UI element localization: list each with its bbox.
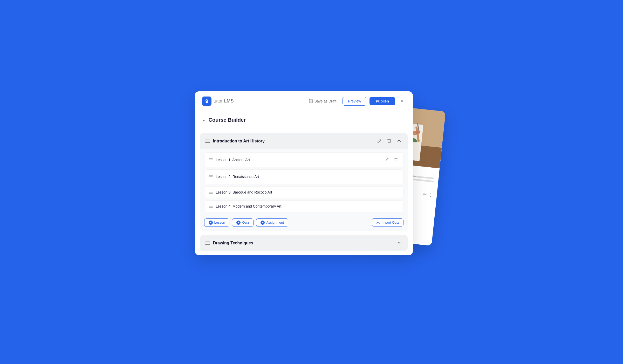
- chevron-up-icon: [397, 138, 401, 143]
- section-2-title: Drawing Techniques: [213, 241, 253, 245]
- edit-icon[interactable]: ✏: [423, 191, 427, 197]
- lesson-4-name: Lesson 4: Modern and Contemporary Art: [216, 204, 282, 208]
- logo-name: tutor: [214, 98, 223, 104]
- section-drag-handle[interactable]: [205, 140, 210, 143]
- section-2-drag-handle[interactable]: [205, 242, 210, 245]
- section-2-expand-button[interactable]: [396, 239, 402, 247]
- trash-icon: [387, 138, 392, 143]
- section-edit-button[interactable]: [376, 137, 383, 145]
- tutor-logo-svg: [204, 99, 209, 104]
- publish-button[interactable]: Publish: [369, 97, 395, 105]
- add-lesson-button[interactable]: + Lesson: [204, 218, 230, 227]
- lesson-item-3-left: Lesson 3: Baroque and Rococo Art: [209, 190, 272, 194]
- logo-icon: [202, 97, 211, 106]
- lesson-2-name: Lesson 2: Renaissance Art: [216, 175, 259, 179]
- lesson-item-1: Lesson 1: Ancient Art: [204, 152, 403, 167]
- header: tutor LMS Save as Draft Preview Publish …: [195, 91, 413, 111]
- svg-rect-23: [388, 140, 391, 142]
- main-panel: tutor LMS Save as Draft Preview Publish …: [195, 91, 413, 255]
- save-icon: [309, 99, 313, 103]
- edit-icon: [377, 138, 382, 143]
- add-assignment-button[interactable]: + Assignment: [256, 218, 288, 227]
- add-quiz-button[interactable]: + Quiz: [232, 218, 254, 227]
- section-collapse-button[interactable]: [396, 137, 402, 145]
- plus-icon-assignment: +: [261, 221, 265, 225]
- svg-point-19: [206, 100, 207, 101]
- section-1: Introduction to Art History: [200, 133, 408, 231]
- lesson-1-delete-button[interactable]: [393, 156, 399, 163]
- lesson-item-4: Lesson 4: Modern and Contemporary Art: [204, 200, 403, 212]
- lesson-item-3: Lesson 3: Baroque and Rococo Art: [204, 186, 403, 198]
- lesson-2-delete-button[interactable]: 🗑: [393, 173, 399, 180]
- section-1-header-right: [376, 137, 402, 145]
- more-icon[interactable]: ⋮: [428, 192, 433, 198]
- plus-icon-quiz: +: [236, 221, 241, 225]
- lesson-1-name: Lesson 1: Ancient Art: [216, 158, 250, 162]
- lesson-item-2-left: Lesson 2: Renaissance Art: [209, 175, 259, 179]
- section-1-header-left: Introduction to Art History: [205, 139, 265, 143]
- lesson-item-1-actions: [384, 156, 399, 163]
- lesson-drag-handle-4[interactable]: [209, 205, 213, 208]
- course-builder-title: Course Builder: [209, 117, 246, 123]
- card-actions: ✏ ⋮: [423, 191, 433, 197]
- chevron-down-icon: [397, 240, 401, 245]
- add-buttons: + Lesson + Quiz + Assignment: [204, 218, 289, 227]
- section-1-header: Introduction to Art History: [200, 133, 408, 149]
- edit-icon: [385, 157, 389, 161]
- lesson-list: Lesson 1: Ancient Art: [200, 149, 408, 215]
- collapse-icon[interactable]: ⌄: [202, 117, 206, 123]
- lesson-drag-handle-1[interactable]: [209, 158, 213, 161]
- course-builder-header: ⌄ Course Builder: [195, 111, 413, 129]
- lesson-1-edit-button[interactable]: [384, 156, 390, 163]
- section-2-header-left: Drawing Techniques: [205, 241, 253, 245]
- trash-icon: [394, 157, 398, 161]
- plus-icon-lesson: +: [209, 221, 213, 225]
- header-actions: Save as Draft Preview Publish ×: [306, 97, 406, 106]
- svg-rect-22: [310, 101, 312, 103]
- logo-text: tutor LMS: [214, 98, 234, 104]
- svg-rect-24: [395, 159, 397, 161]
- save-draft-button[interactable]: Save as Draft: [306, 97, 340, 105]
- lesson-drag-handle-2[interactable]: [209, 175, 213, 178]
- logo-subtext: LMS: [223, 98, 234, 104]
- lesson-3-name: Lesson 3: Baroque and Rococo Art: [216, 190, 272, 194]
- preview-button[interactable]: Preview: [343, 97, 366, 106]
- logo: tutor LMS: [202, 97, 234, 106]
- section-delete-button[interactable]: [386, 137, 393, 145]
- lesson-drag-handle-3[interactable]: [209, 191, 213, 194]
- section-2: Drawing Techniques: [200, 235, 408, 251]
- import-quiz-button[interactable]: Import Quiz: [372, 218, 403, 226]
- lesson-item-1-left: Lesson 1: Ancient Art: [209, 158, 250, 162]
- close-button[interactable]: ×: [398, 97, 406, 105]
- section-1-title: Introduction to Art History: [213, 139, 265, 143]
- svg-rect-21: [310, 99, 312, 100]
- lesson-item-4-left: Lesson 4: Modern and Contemporary Art: [209, 204, 282, 208]
- download-icon: [376, 221, 380, 224]
- section-1-action-row: + Lesson + Quiz + Assignment: [200, 215, 408, 231]
- lesson-item-2: Lesson 2: Renaissance Art ✏ 🗑: [204, 169, 403, 184]
- lesson-2-edit-button[interactable]: ✏: [385, 173, 390, 180]
- section-2-header: Drawing Techniques: [200, 235, 408, 251]
